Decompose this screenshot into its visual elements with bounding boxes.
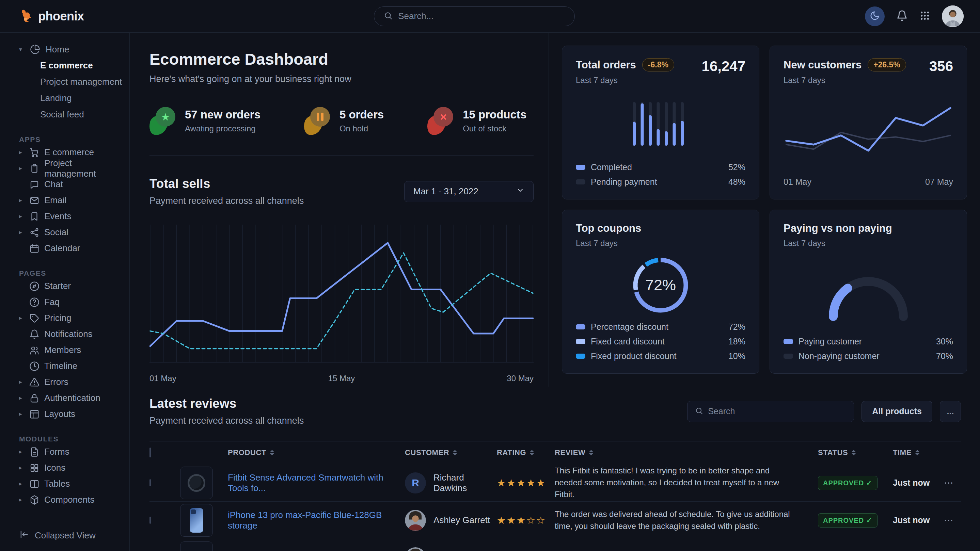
sidebar-item-starter[interactable]: Starter bbox=[19, 278, 123, 294]
reviews-search[interactable] bbox=[687, 401, 854, 422]
sidebar-item-e-commerce[interactable]: E commerce bbox=[19, 57, 123, 73]
row-more-button[interactable]: ⋯ bbox=[944, 478, 954, 488]
legend-fixed-card-discount: Fixed card discount18% bbox=[576, 337, 745, 346]
row-more-button[interactable]: ⋯ bbox=[944, 515, 954, 526]
nine-dots-grid-icon bbox=[920, 10, 930, 22]
phoenix-logo-icon bbox=[19, 8, 33, 24]
product-thumbnail[interactable] bbox=[180, 504, 213, 537]
theme-toggle-button[interactable] bbox=[865, 6, 885, 26]
page-title: Ecommerce Dashboard bbox=[150, 50, 534, 68]
new-customers-line-chart bbox=[784, 85, 953, 172]
share-icon bbox=[29, 227, 40, 238]
review-row: Fitbit Sense Advanced Smartwatch with To… bbox=[150, 464, 961, 502]
sidebar-item-calendar[interactable]: Calendar bbox=[19, 240, 123, 256]
legend-value: 10% bbox=[729, 351, 745, 361]
global-search[interactable] bbox=[374, 6, 575, 26]
row-checkbox[interactable] bbox=[150, 517, 151, 524]
sidebar-item-label: Calendar bbox=[44, 243, 80, 254]
sort-icon[interactable] bbox=[589, 449, 593, 456]
sidebar-item-label: Icons bbox=[44, 462, 65, 473]
notifications-button[interactable] bbox=[896, 10, 908, 23]
sidebar-item-landing[interactable]: Landing bbox=[19, 90, 123, 106]
caret-right-icon: ▸ bbox=[19, 165, 24, 172]
sidebar-item-icons[interactable]: ▸Icons bbox=[19, 460, 123, 476]
sidebar-item-notifications[interactable]: Notifications bbox=[19, 326, 123, 342]
product-thumbnail[interactable] bbox=[180, 541, 213, 551]
product-link[interactable]: Fitbit Sense Advanced Smartwatch with To… bbox=[228, 472, 405, 494]
sidebar-item-label: Social bbox=[44, 227, 68, 238]
legend-label: Fixed product discount bbox=[591, 351, 676, 361]
total-sells-subtitle: Payment received across all channels bbox=[150, 196, 304, 206]
clipboard-icon bbox=[29, 164, 40, 173]
page-subtitle: Here's what's going on at your business … bbox=[150, 74, 534, 84]
customer-avatar[interactable] bbox=[405, 547, 426, 551]
row-checkbox[interactable] bbox=[150, 479, 151, 486]
column-header-time[interactable]: TIME bbox=[893, 448, 944, 457]
sidebar-item-members[interactable]: Members bbox=[19, 342, 123, 358]
legend-swatch bbox=[576, 179, 585, 184]
sidebar-item-forms[interactable]: ▸Forms bbox=[19, 444, 123, 460]
donut-center-label: 72% bbox=[645, 276, 676, 294]
caret-right-icon: ▸ bbox=[19, 464, 24, 472]
sidebar-item-events[interactable]: ▸Events bbox=[19, 208, 123, 224]
user-avatar[interactable] bbox=[942, 5, 964, 27]
brand[interactable]: phoenix bbox=[19, 8, 84, 24]
sidebar-item-timeline[interactable]: Timeline bbox=[19, 358, 123, 374]
paying-gauge-chart bbox=[784, 248, 953, 337]
sidebar-item-pricing[interactable]: ▸Pricing bbox=[19, 310, 123, 326]
sort-icon[interactable] bbox=[915, 449, 920, 456]
legend-percentage-discount: Percentage discount72% bbox=[576, 322, 745, 332]
collapse-label: Collapsed View bbox=[35, 530, 96, 541]
review-text: This Fitbit is fantastic! I was trying t… bbox=[555, 465, 818, 500]
review-row bbox=[150, 539, 961, 551]
sidebar-item-label: Pricing bbox=[44, 313, 71, 323]
reviews-search-input[interactable] bbox=[708, 407, 846, 416]
sidebar-item-label: Chat bbox=[44, 179, 63, 190]
stat-star-icon: ★ bbox=[150, 106, 177, 135]
sidebar-item-email[interactable]: ▸Email bbox=[19, 192, 123, 208]
sidebar-item-components[interactable]: ▸Components bbox=[19, 492, 123, 508]
sidebar-item-label: Errors bbox=[44, 377, 68, 387]
sort-icon[interactable] bbox=[530, 449, 534, 456]
search-input[interactable] bbox=[398, 11, 565, 21]
all-products-button[interactable]: All products bbox=[862, 401, 932, 422]
column-header-rating[interactable]: RATING bbox=[497, 448, 555, 457]
mail-icon bbox=[29, 195, 40, 206]
sidebar-item-project-management[interactable]: ▸Project management bbox=[19, 160, 123, 176]
sidebar-item-errors[interactable]: ▸Errors bbox=[19, 374, 123, 390]
lock-icon bbox=[29, 393, 40, 403]
sort-icon[interactable] bbox=[453, 449, 457, 456]
customer-avatar[interactable]: R bbox=[405, 472, 426, 494]
sort-icon[interactable] bbox=[851, 449, 856, 456]
select-all-checkbox[interactable] bbox=[150, 448, 151, 457]
column-header-review[interactable]: REVIEW bbox=[555, 448, 818, 457]
customer-avatar[interactable] bbox=[405, 510, 426, 531]
collapse-sidebar-button[interactable]: Collapsed View bbox=[0, 520, 129, 551]
product-thumbnail[interactable] bbox=[180, 467, 213, 499]
column-header-status[interactable]: STATUS bbox=[818, 448, 893, 457]
sidebar-item-social[interactable]: ▸Social bbox=[19, 224, 123, 240]
sidebar-item-authentication[interactable]: ▸Authentication bbox=[19, 390, 123, 406]
sidebar-item-label: Forms bbox=[44, 446, 70, 457]
date-range-select[interactable]: Mar 1 - 31, 2022 bbox=[404, 181, 534, 202]
caret-right-icon: ▸ bbox=[19, 448, 24, 456]
stat-x-icon: × bbox=[427, 106, 455, 135]
column-header-product[interactable]: PRODUCT bbox=[228, 448, 405, 457]
sidebar-item-tables[interactable]: ▸Tables bbox=[19, 476, 123, 492]
sort-icon[interactable] bbox=[270, 449, 274, 456]
users-icon bbox=[29, 345, 40, 355]
column-header-customer[interactable]: CUSTOMER bbox=[405, 448, 497, 457]
caret-right-icon: ▸ bbox=[19, 314, 24, 322]
grid4-icon bbox=[29, 463, 40, 473]
stat-caption: Out of stock bbox=[463, 124, 527, 133]
sidebar-item-faq[interactable]: Faq bbox=[19, 294, 123, 310]
sidebar-item-label: Events bbox=[44, 211, 72, 222]
more-options-button[interactable]: ... bbox=[940, 401, 961, 422]
sidebar-item-home[interactable]: ▾ Home bbox=[19, 41, 123, 57]
card-subtitle: Last 7 days bbox=[784, 238, 892, 248]
sidebar-item-project-management[interactable]: Project management bbox=[19, 73, 123, 90]
sidebar-item-social-feed[interactable]: Social feed bbox=[19, 106, 123, 122]
apps-menu-button[interactable] bbox=[920, 10, 930, 22]
product-link[interactable]: iPhone 13 pro max-Pacific Blue-128GB sto… bbox=[228, 510, 405, 531]
sidebar-item-layouts[interactable]: ▸Layouts bbox=[19, 406, 123, 422]
